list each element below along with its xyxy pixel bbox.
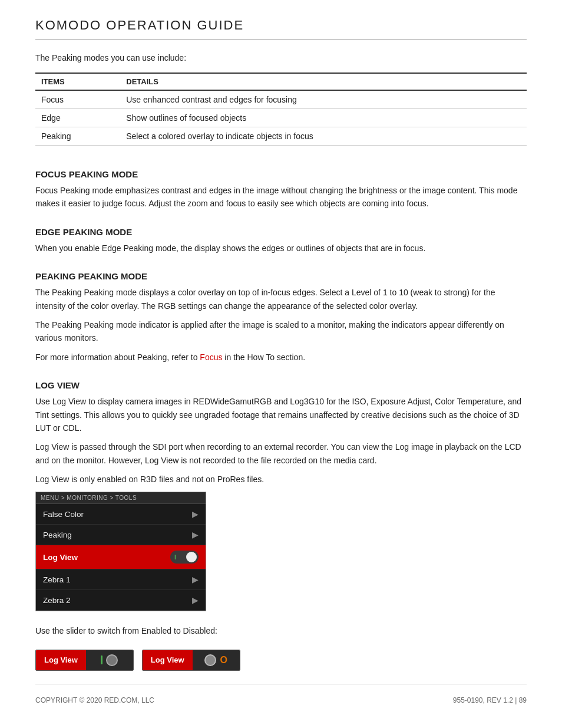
menu-item-label: Log View <box>43 553 78 562</box>
slider-enabled-label: Log View <box>36 650 86 670</box>
body-log-view-1: Use Log View to display camera images in… <box>35 395 527 434</box>
table-cell-item: Focus <box>35 90 120 109</box>
slider-knob-enabled <box>106 654 118 666</box>
slider-examples: Log View Log View O <box>35 650 527 671</box>
body-log-view-3: Log View is only enabled on R3D files an… <box>35 473 527 486</box>
body-peaking-peaking-link: For more information about Peaking, refe… <box>35 351 527 364</box>
table-cell-detail: Show outlines of focused objects <box>120 109 527 127</box>
menu-breadcrumb: MENU > MONITORING > TOOLS <box>36 492 206 504</box>
toggle-knob <box>186 552 197 562</box>
menu-item-peaking[interactable]: Peaking▶ <box>36 525 206 545</box>
slider-disabled-label: Log View <box>143 650 193 670</box>
page: KOMODO OPERATION GUIDE The Peaking modes… <box>0 0 562 728</box>
chevron-right-icon: ▶ <box>192 509 199 519</box>
body-log-view-2: Log View is passed through the SDI port … <box>35 440 527 467</box>
menu-item-label: Zebra 2 <box>43 596 71 605</box>
focus-link[interactable]: Focus <box>200 353 222 362</box>
toggle-switch-on[interactable]: I <box>170 551 199 564</box>
body-peaking-peaking-1: The Peaking Peaking mode displays a colo… <box>35 286 527 312</box>
slider-enabled-control[interactable] <box>86 650 133 670</box>
heading-focus-peaking-mode: FOCUS PEAKING MODE <box>35 169 527 179</box>
table-row: FocusUse enhanced contrast and edges for… <box>35 90 527 109</box>
table-cell-item: Peaking <box>35 127 120 146</box>
footer-copyright: COPYRIGHT © 2020 RED.COM, LLC <box>35 696 154 704</box>
chevron-right-icon: ▶ <box>192 575 199 584</box>
slider-knob-disabled <box>204 654 216 666</box>
page-footer: COPYRIGHT © 2020 RED.COM, LLC 955-0190, … <box>35 684 527 704</box>
menu-item-zebra-1[interactable]: Zebra 1▶ <box>36 569 206 590</box>
items-table: ITEMS DETAILS FocusUse enhanced contrast… <box>35 73 527 146</box>
menu-item-label: Peaking <box>43 531 72 539</box>
heading-log-view: LOG VIEW <box>35 380 527 390</box>
slider-on-bar <box>101 655 103 664</box>
slider-enabled: Log View <box>35 650 134 671</box>
menu-item-zebra-2[interactable]: Zebra 2▶ <box>36 590 206 611</box>
menu-item-label: False Color <box>43 510 84 519</box>
slider-disabled-control[interactable]: O <box>193 650 240 670</box>
col-details: DETAILS <box>120 73 527 90</box>
table-cell-item: Edge <box>35 109 120 127</box>
col-items: ITEMS <box>35 73 120 90</box>
body-edge-peaking-mode: When you enable Edge Peaking mode, the d… <box>35 242 527 255</box>
body-peaking-peaking-2: The Peaking Peaking mode indicator is ap… <box>35 318 527 345</box>
section-peaking-peaking-mode: PEAKING PEAKING MODE The Peaking Peaking… <box>35 261 527 370</box>
intro-text: The Peaking modes you can use include: <box>35 52 527 64</box>
footer-page-info: 955-0190, REV 1.2 | 89 <box>453 696 527 704</box>
slider-off-icon: O <box>220 655 227 666</box>
slider-intro-text: Use the slider to switch from Enabled to… <box>35 624 527 637</box>
slider-disabled: Log View O <box>142 650 240 671</box>
page-header: KOMODO OPERATION GUIDE <box>35 18 527 40</box>
chevron-right-icon: ▶ <box>192 530 199 539</box>
page-title: KOMODO OPERATION GUIDE <box>35 18 527 33</box>
table-cell-detail: Select a colored overlay to indicate obj… <box>120 127 527 146</box>
section-edge-peaking-mode: EDGE PEAKING MODE When you enable Edge P… <box>35 216 527 261</box>
menu-item-label: Zebra 1 <box>43 575 71 584</box>
table-row: EdgeShow outlines of focused objects <box>35 109 527 127</box>
section-log-view: LOG VIEW Use Log View to display camera … <box>35 370 527 618</box>
toggle-label: I <box>174 554 176 561</box>
heading-peaking-peaking-mode: PEAKING PEAKING MODE <box>35 271 527 281</box>
section-focus-peaking-mode: FOCUS PEAKING MODE Focus Peaking mode em… <box>35 159 527 216</box>
menu-item-false-color[interactable]: False Color▶ <box>36 504 206 525</box>
menu-item-log-view[interactable]: Log ViewI <box>36 545 206 569</box>
table-cell-detail: Use enhanced contrast and edges for focu… <box>120 90 527 109</box>
menu-screenshot: MENU > MONITORING > TOOLS False Color▶Pe… <box>35 492 206 611</box>
heading-edge-peaking-mode: EDGE PEAKING MODE <box>35 227 527 237</box>
table-row: PeakingSelect a colored overlay to indic… <box>35 127 527 146</box>
chevron-right-icon: ▶ <box>192 595 199 605</box>
body-focus-peaking-mode: Focus Peaking mode emphasizes contrast a… <box>35 184 527 210</box>
